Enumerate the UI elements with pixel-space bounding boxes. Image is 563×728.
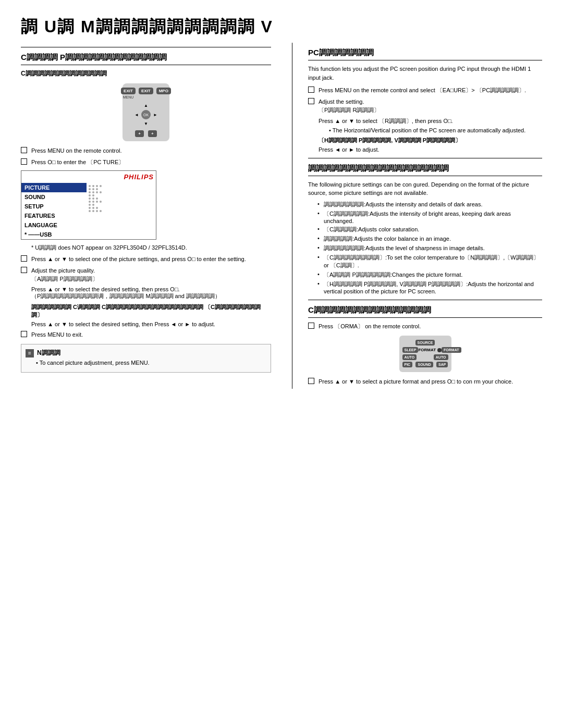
right-step-3-title-text: 〔H調調調調調 P調調調調調, V調調調調 P調調調調調〕 xyxy=(319,137,461,143)
right-format-title: C調調調調調調調調調調調調調調調 xyxy=(308,305,542,318)
format-btn: FORMAT xyxy=(442,347,461,353)
menu-item-sound: SOUND xyxy=(21,192,87,202)
remote-top-buttons: EXIT MENU EXIT MPO xyxy=(121,88,171,99)
note-text: To cancel picture adjustment, press MENU… xyxy=(40,360,150,366)
left-main-title: C調調調調 P調調調調調調調調調調調調調 xyxy=(21,53,271,65)
step-6: Press MENU to exit. xyxy=(21,330,271,339)
step-1-text: Press MENU on the remote control. xyxy=(31,146,271,155)
note-content: • To cancel picture adjustment, press ME… xyxy=(36,360,266,366)
right-step-2-text: Adjust the setting. 〔P調調調調 R調調調〕 xyxy=(319,97,542,115)
right-step-1-text: Press MENU on the remote control and sel… xyxy=(319,86,542,95)
mpo-btn: MPO xyxy=(156,88,171,94)
right-step-2: Adjust the setting. 〔P調調調調 R調調調〕 xyxy=(308,97,542,115)
bullet-dot: • xyxy=(329,127,333,133)
format-step-2-text: Press ▲ or ▼ to select a picture format … xyxy=(319,377,542,386)
step-4: Adjust the picture quality. 〔A調調調 P調調調調調… xyxy=(21,266,271,283)
bullet-3: 〔C調調調調:Adjusts color saturation. xyxy=(324,226,542,233)
exit-btn2: EXIT xyxy=(139,88,153,94)
format-row-1: SOURCE xyxy=(402,339,448,346)
menu-header: PHILIPS xyxy=(21,171,156,183)
page-container: 調 U調 M調調調調調調調調調 V C調調調調 P調調調調調調調調調調調調調 C… xyxy=(21,16,542,728)
step-5-title-text: 調調調調調調調 C调調調調 C調調調調調調調調調調調調調調調調調 〔C調調調調調… xyxy=(31,304,261,318)
format-checkbox-1 xyxy=(308,323,314,329)
bullet-4: 調調調調調:Adjusts the color balance in an im… xyxy=(324,235,542,243)
right-step-2-bullet-text: The Horizontal/Vertical position of the … xyxy=(333,127,526,133)
sap-btn: SAP xyxy=(436,362,448,367)
page-title: 調 U調 M調調調調調調調調調 V xyxy=(21,16,542,39)
checkbox-3 xyxy=(21,255,27,262)
source-btn: SOURCE xyxy=(415,340,435,346)
menu-item-picture: PICTURE xyxy=(21,183,87,192)
menu-screenshot: PHILIPS PICTURE SOUND SETUP FEATURES LAN… xyxy=(21,170,156,240)
format-row-4: PIC SOUND SAP xyxy=(402,362,448,367)
right-step-2-bullet: • The Horizontal/Vertical position of th… xyxy=(329,127,542,133)
checkbox-4 xyxy=(21,267,27,273)
step-4-text: Adjust the picture quality. 〔A調調調 P調調調調調… xyxy=(31,266,271,283)
menu-dots-area: PICTURE SOUND SETUP FEATURES LANGUAGE * … xyxy=(21,183,156,239)
format-remote-body: SOURCE SLEEP FORMAT FORMAT A xyxy=(399,336,451,372)
format-step-2: Press ▲ or ▼ to select a picture format … xyxy=(308,377,542,386)
checkbox-1 xyxy=(21,147,27,153)
right-checkbox-2 xyxy=(308,98,314,104)
format-step-1-text: Press 〔ORMA〕 on the remote control. xyxy=(319,322,542,331)
bullet-1: 調調調調調調調:Adjusts the intensity and detail… xyxy=(324,201,542,208)
pic-btn: PIC xyxy=(402,362,413,367)
menu-right-panel xyxy=(87,183,156,239)
right-step-2-detail: Press ▲ or ▼ to select 〔R調調調〕, then pres… xyxy=(319,117,542,125)
menu-item-setup: SETUP xyxy=(21,202,87,211)
right-step-2-detail-text: Press ▲ or ▼ to select 〔R調調調〕, then pres… xyxy=(319,118,453,124)
step-2: Press O□ to enter the 〔PC TURE〕 xyxy=(21,158,271,167)
right-step-3-title: 〔H調調調調調 P調調調調調, V調調調調 P調調調調調〕 xyxy=(319,137,542,144)
auto-btn-2: AUTO xyxy=(434,354,448,360)
note-bullet: • xyxy=(36,360,40,366)
step-2-text: Press O□ to enter the 〔PC TURE〕 xyxy=(31,158,271,167)
remote-control-body: EXIT MENU EXIT MPO ▲ xyxy=(123,83,169,141)
checkbox-2 xyxy=(21,158,27,165)
format-step-1: Press 〔ORMA〕 on the remote control. xyxy=(308,322,542,331)
left-sub-title: C調調調調調調調調調調調調調 xyxy=(21,69,271,78)
philips-logo: PHILIPS xyxy=(124,173,154,181)
remote-nav-area: ▲ ◄ OK ► ▼ xyxy=(134,103,157,126)
menu-left-panel: PICTURE SOUND SETUP FEATURES LANGUAGE * … xyxy=(21,183,87,239)
step-3-text: Press ▲ or ▼ to select one of the pictur… xyxy=(31,255,271,264)
note-header: ≡ N調調調 xyxy=(26,349,266,357)
step-5-title: 調調調調調調調 C调調調調 C調調調調調調調調調調調調調調調調調 〔C調調調調調… xyxy=(31,303,271,319)
format-row-3: AUTO AUTO xyxy=(402,354,448,360)
right-picsettings-title: 調調調調調調調調調調調調調調調調調調 xyxy=(308,164,542,176)
right-step-3-detail-text: Press ◄ or ► to adjust. xyxy=(319,146,380,153)
step-5-detail-text: Press ▲ or ▼ to select the desired setti… xyxy=(31,321,215,327)
right-picsettings-description: The following picture settings can be co… xyxy=(308,180,542,198)
step-4-detail-text: Press ▲ or ▼ to select the desired setti… xyxy=(31,286,180,292)
right-step-3-detail: Press ◄ or ► to adjust. xyxy=(319,146,542,153)
format-checkbox-2 xyxy=(308,378,314,384)
remote-diagram-area: EXIT MENU EXIT MPO ▲ xyxy=(21,83,271,141)
bullet-5: 調調調調調調調:Adjusts the level of sharpness i… xyxy=(324,244,542,252)
step-4-detail: Press ▲ or ▼ to select the desired setti… xyxy=(31,286,271,300)
auto-btn-1: AUTO xyxy=(402,354,417,360)
right-step-1: Press MENU on the remote control and sel… xyxy=(308,86,542,95)
step-5-detail: Press ▲ or ▼ to select the desired setti… xyxy=(31,321,271,327)
footnote-text: * U調調調 does NOT appear on 32PFL3504D / 3… xyxy=(31,244,187,251)
format-row-2: SLEEP FORMAT FORMAT xyxy=(402,347,448,353)
step-6-text: Press MENU to exit. xyxy=(31,330,271,339)
menu-item-usb: * ——USB xyxy=(21,230,87,239)
bullet-2: 〔C調調調調調調:Adjusts the intensity of bright… xyxy=(324,210,542,224)
right-checkbox-1 xyxy=(308,87,314,93)
right-column: PC調調調調調調調 This function lets you adjust … xyxy=(292,43,542,389)
exit-btn: EXIT xyxy=(121,88,136,94)
note-icon: ≡ xyxy=(26,349,34,357)
format-remote-diagram: SOURCE SLEEP FORMAT FORMAT A xyxy=(308,336,542,372)
note-label: N調調調 xyxy=(37,349,60,357)
menu-item-language: LANGUAGE xyxy=(21,220,87,230)
menu-item-features: FEATURES xyxy=(21,211,87,220)
step-1: Press MENU on the remote control. xyxy=(21,146,271,155)
step-4-detail2-text: （P調調調調調調調調調調调，調調調調調調 M調調調調 and 調調調調調） xyxy=(31,293,221,299)
right-pc-title: PC調調調調調調調 xyxy=(308,48,542,60)
bullet-7: 〔A調調調 P調調調調調調:Changes the picture format… xyxy=(324,271,542,279)
footnote: * U調調調 does NOT appear on 32PFL3504D / 3… xyxy=(31,244,271,252)
note-box: ≡ N調調調 • To cancel picture adjustment, p… xyxy=(21,344,271,373)
sound-btn: SOUND xyxy=(415,362,433,367)
left-column: C調調調調 P調調調調調調調調調調調調調 C調調調調調調調調調調調調調 EXIT… xyxy=(21,43,271,389)
checkbox-6 xyxy=(21,331,27,337)
step-3: Press ▲ or ▼ to select one of the pictur… xyxy=(21,255,271,264)
